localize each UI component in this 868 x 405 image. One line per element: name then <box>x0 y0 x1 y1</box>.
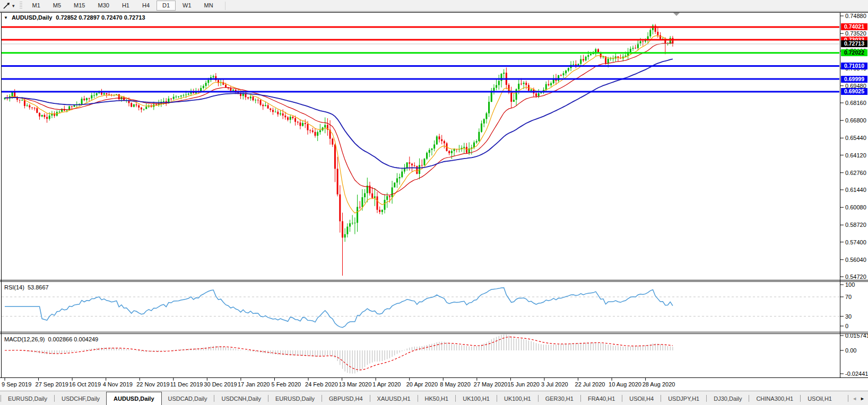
rsi-name: RSI(14) <box>4 284 24 290</box>
toolbar-grip <box>20 2 22 10</box>
tool-dropdown-caret-icon[interactable]: ▾ <box>12 3 15 8</box>
chart-tab-HK50-H1[interactable]: HK50,H1 <box>419 392 455 405</box>
timeframe-buttons: M1M5M15M30H1H4D1W1MN <box>26 1 220 11</box>
chart-tab-GBPUSD-H4[interactable]: GBPUSD,H4 <box>323 392 369 405</box>
slow-ma-line <box>5 59 673 168</box>
timeframe-button-M5[interactable]: M5 <box>47 1 67 11</box>
chart-tab-AUDUSD-Daily[interactable]: AUDUSD,Daily <box>106 392 161 405</box>
macd-indicator-label: MACD(12,26,9) 0.002866 0.004249 <box>4 336 98 342</box>
chart-tab-USDCAD-Daily[interactable]: USDCAD,Daily <box>162 392 214 405</box>
chart-tab-UK100-H1[interactable]: UK100,H1 <box>456 392 496 405</box>
chart-tab-USDJPY-H1[interactable]: USDJPY,H1 <box>662 392 706 405</box>
timeframe-button-H4[interactable]: H4 <box>136 1 155 11</box>
tab-divider <box>268 395 268 402</box>
chart-tab-USDCNH-Daily[interactable]: USDCNH,Daily <box>215 392 267 405</box>
chart-tab-EURUSD-Daily[interactable]: EURUSD,Daily <box>269 392 321 405</box>
rsi-indicator-label: RSI(14) 53.8667 <box>4 284 49 290</box>
chart-tab-USOil-H1[interactable]: USOil,H1 <box>801 392 838 405</box>
candlestick-series <box>4 24 674 276</box>
timeframe-button-MN[interactable]: MN <box>198 1 219 11</box>
chart-title-ohlc: 0.72852 0.72897 0.72470 0.72713 <box>56 14 145 21</box>
tab-divider <box>54 395 55 402</box>
macd-histogram <box>5 334 673 374</box>
tab-arrows-divider <box>848 395 848 402</box>
tab-divider <box>580 395 581 402</box>
chart-tab-XAUUSD-H1[interactable]: XAUUSD,H1 <box>371 392 417 405</box>
chart-title: ▼ AUDUSD,Daily 0.72852 0.72897 0.72470 0… <box>4 14 145 21</box>
toolbar-separator <box>225 2 225 10</box>
mt4-chart-window: ▾ M1M5M15M30H1H4D1W1MN 0.748800.735200.7… <box>0 0 868 405</box>
chart-tab-USDCHF-Daily[interactable]: USDCHF,Daily <box>55 392 106 405</box>
macd-signal-line <box>5 337 673 370</box>
tab-divider <box>370 395 370 402</box>
tab-scroll-arrows: ◄ ► <box>847 395 868 402</box>
tab-divider <box>322 395 322 402</box>
tab-divider <box>622 395 622 402</box>
chart-tab-EURUSD-Daily[interactable]: EURUSD,Daily <box>2 392 54 405</box>
timeframe-button-W1[interactable]: W1 <box>177 1 197 11</box>
macd-name: MACD(12,26,9) <box>4 336 45 342</box>
tab-divider <box>706 395 707 402</box>
tab-divider <box>497 395 497 402</box>
tabs-scroll-right-icon[interactable]: ► <box>860 396 865 401</box>
rsi-line <box>5 288 673 328</box>
tab-divider <box>214 395 214 402</box>
chart-tabs: EURUSD,DailyUSDCHF,DailyAUDUSD,DailyUSDC… <box>2 392 838 405</box>
collapse-triangle-icon[interactable]: ▼ <box>4 15 8 20</box>
chart-shift-marker-icon[interactable] <box>673 13 680 16</box>
chart-tab-GER30-H1[interactable]: GER30,H1 <box>539 392 580 405</box>
tab-divider <box>538 395 539 402</box>
tab-divider <box>749 395 749 402</box>
chart-tab-USOil-H4[interactable]: USOil,H4 <box>623 392 660 405</box>
chart-tab-CHINA300-H1[interactable]: CHINA300,H1 <box>750 392 800 405</box>
price-chart[interactable] <box>0 0 868 405</box>
timeframe-toolbar: ▾ M1M5M15M30H1H4D1W1MN <box>0 0 868 11</box>
tabs-scroll-left-icon[interactable]: ◄ <box>852 396 857 401</box>
rsi-value: 53.8667 <box>28 284 49 290</box>
tab-divider <box>455 395 456 402</box>
tab-divider <box>800 395 801 402</box>
chart-title-symbol: AUDUSD,Daily <box>12 14 52 21</box>
macd-values: 0.002866 0.004249 <box>48 336 98 342</box>
timeframe-button-H1[interactable]: H1 <box>116 1 135 11</box>
chart-tab-DJ30-Daily[interactable]: DJ30,Daily <box>707 392 748 405</box>
chart-tab-UK100-H1[interactable]: UK100,H1 <box>498 392 537 405</box>
tabbar-left-divider <box>1 395 1 402</box>
timeframe-button-D1[interactable]: D1 <box>157 1 176 11</box>
timeframe-button-M1[interactable]: M1 <box>27 1 46 11</box>
tab-divider <box>418 395 418 402</box>
timeframe-button-M30[interactable]: M30 <box>92 1 115 11</box>
chart-tabs-bar: EURUSD,DailyUSDCHF,DailyAUDUSD,DailyUSDC… <box>0 391 868 405</box>
timeframe-button-M15[interactable]: M15 <box>68 1 91 11</box>
drawing-tool-icon[interactable] <box>1 1 12 11</box>
fast-ma-line <box>5 36 673 213</box>
tab-divider <box>661 395 661 402</box>
chart-tab-FRA40-H1[interactable]: FRA40,H1 <box>581 392 621 405</box>
